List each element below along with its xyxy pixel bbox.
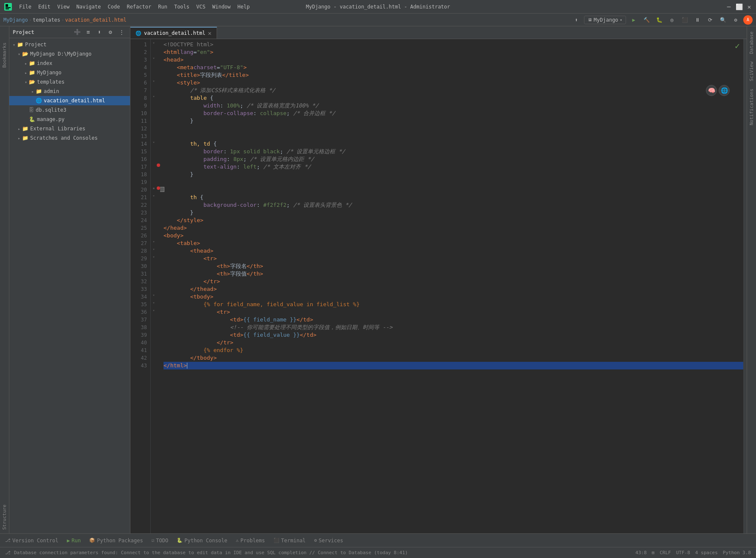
status-position[interactable]: 43:8 [634, 547, 649, 558]
settings-icon[interactable]: ⚙ [731, 15, 741, 25]
menu-run[interactable]: Run [155, 3, 170, 11]
python-console-btn[interactable]: 🐍 Python Console [175, 534, 229, 547]
run-button[interactable]: ▶ [629, 15, 639, 25]
search-icon[interactable]: 🔍 [718, 15, 728, 25]
problems-btn[interactable]: ⚠ Problems [234, 534, 266, 547]
code-line-34: <tbody> [164, 293, 743, 301]
sidebar-item-index[interactable]: ▸ 📁 index [9, 59, 130, 68]
sidebar-sort-icon[interactable]: ≡ [83, 27, 93, 37]
restore-button[interactable]: ⬜ [736, 3, 742, 10]
database-tab[interactable]: Database [748, 28, 756, 57]
code-line-31: <th>字段值</th> [164, 270, 743, 278]
user-avatar[interactable]: A [743, 15, 753, 25]
code-line-4: <meta charset="UTF-8"> [164, 64, 743, 71]
project-tree: ▾ 📁 Project ▾ 📂 MyDjango D:\MyDjango ▸ 📁… [9, 38, 130, 533]
code-editor[interactable]: 1 2 3 4 5 6 7 8 9 10 11 12 13 14 15 16 1… [130, 39, 747, 533]
menu-vcs[interactable]: VCS [193, 3, 209, 11]
code-line-24: </style> [164, 217, 743, 224]
code-line-19 [164, 178, 743, 186]
run-btn[interactable]: ▶ Run [65, 534, 82, 547]
code-line-27: <table> [164, 240, 743, 247]
title-bar-controls: ─ ⬜ ✕ [725, 3, 753, 10]
build-icon[interactable]: 🔨 [641, 15, 652, 25]
menu-view[interactable]: View [54, 3, 73, 11]
vertical-scrollbar[interactable] [743, 39, 747, 533]
code-line-21: th { [164, 194, 743, 201]
breadcrumb-sep2: › [61, 17, 64, 23]
breadcrumb-templates[interactable]: templates [33, 17, 60, 23]
sidebar-add-icon[interactable]: ➕ [72, 27, 82, 37]
code-line-22: background-color: #f2f2f2; /* 设置表头背景色 */ [164, 201, 743, 209]
sidebar-item-scratches[interactable]: ▸ 📁 Scratches and Consoles [9, 133, 130, 143]
status-git[interactable]: ⎇ [3, 547, 12, 558]
sidebar-item-external-libs[interactable]: ▸ 📁 External Libraries [9, 124, 130, 133]
title-bar: File Edit View Navigate Code Refactor Ru… [0, 0, 756, 14]
sidebar-item-manage[interactable]: ▸ 🐍 manage.py [9, 115, 130, 124]
status-language[interactable]: Python 3.8 [721, 547, 753, 558]
menu-tools[interactable]: Tools [171, 3, 192, 11]
tab-close-icon[interactable]: ✕ [208, 30, 212, 37]
sidebar-item-project[interactable]: ▾ 📁 Project [9, 40, 130, 49]
notifications-tab[interactable]: Notifications [748, 85, 756, 129]
menu-navigate[interactable]: Navigate [73, 3, 104, 11]
menu-window[interactable]: Window [209, 3, 234, 11]
code-line-16: padding: 8px; /* 设置单元格内边距 */ [164, 155, 743, 163]
sidebar-item-mydjango[interactable]: ▸ 📁 MyDjango [9, 68, 130, 77]
sidebar-item-templates[interactable]: ▾ 📂 templates [9, 77, 130, 87]
project-selector[interactable]: 🖥 MyDjango ▾ [584, 16, 626, 24]
sciview-tab[interactable]: SciView [748, 58, 756, 85]
services-btn[interactable]: ⚙ Services [313, 534, 345, 547]
pause-icon[interactable]: ⏸ [692, 15, 702, 25]
status-charset[interactable]: UTF-8 [674, 547, 692, 558]
todo-btn[interactable]: ☑ TODO [150, 534, 170, 547]
code-line-33: </thead> [164, 285, 743, 293]
breadcrumb-file[interactable]: vacation_detail.html [65, 17, 127, 23]
sidebar-item-db[interactable]: ▸ 🗄 db.sqlite3 [9, 105, 130, 115]
sidebar-item-admin[interactable]: ▸ 📁 admin [9, 87, 130, 96]
coverage-icon[interactable]: ◎ [667, 15, 677, 25]
breadcrumb-project[interactable]: MyDjango [3, 17, 28, 23]
code-line-15: border: 1px solid black; /* 设置单元格边框 */ [164, 148, 743, 155]
no-errors-icon: ✓ [735, 41, 740, 51]
right-vertical-sidebar: Database SciView Notifications [747, 26, 756, 533]
editor-tab-vacation-detail[interactable]: 🌐 vacation_detail.html ✕ [130, 27, 217, 39]
python-packages-btn[interactable]: 📦 Python Packages [87, 534, 144, 547]
code-line-7: /* 添加CSS样式来格式化表格 */ [164, 87, 743, 94]
menu-file[interactable]: File [16, 3, 34, 11]
project-sidebar: Project ➕ ≡ ⬍ ⚙ ⋮ ▾ 📁 Project ▾ 📂 MyDjan… [9, 26, 130, 533]
code-line-13 [164, 132, 743, 140]
pycharm-browser-icon[interactable]: 🧠 [706, 85, 717, 96]
sidebar-item-mydjango-root[interactable]: ▾ 📂 MyDjango D:\MyDjango [9, 49, 130, 59]
structure-tab[interactable]: Structure [0, 501, 8, 533]
menu-refactor[interactable]: Refactor [124, 3, 154, 11]
stop-icon[interactable]: ⬛ [680, 15, 690, 25]
code-line-39: <td>{{ field_value }}</td> [164, 331, 743, 339]
code-line-41: {% endfor %} [164, 347, 743, 354]
close-button[interactable]: ✕ [746, 3, 753, 10]
menu-code[interactable]: Code [105, 3, 123, 11]
code-content[interactable]: <!DOCTYPE html> <html lang="en"> <head> … [160, 39, 743, 533]
sidebar-item-vacation-detail[interactable]: ▸ 🌐 vacation_detail.html [9, 96, 130, 105]
sidebar-header: Project ➕ ≡ ⬍ ⚙ ⋮ [9, 26, 130, 38]
menu-edit[interactable]: Edit [35, 3, 54, 11]
vcs-update-icon[interactable]: ⬆ [571, 15, 581, 25]
bookmarks-tab[interactable]: Bookmarks [0, 39, 8, 71]
version-control-btn[interactable]: ⎇ Version Control [3, 534, 60, 547]
code-line-30: <th>字段名</th> [164, 262, 743, 270]
breadcrumb-sep1: › [29, 17, 32, 23]
menu-help[interactable]: Help [234, 3, 253, 11]
code-line-40: </tr> [164, 339, 743, 347]
status-bar: ⎇ Database connection parameters found: … [0, 547, 756, 558]
code-line-25: </head> [164, 224, 743, 232]
sidebar-more-icon[interactable]: ⋮ [116, 27, 127, 37]
debug-icon[interactable]: 🐛 [654, 15, 664, 25]
sidebar-expand-icon[interactable]: ⬍ [94, 27, 104, 37]
code-line-42: </tbody> [164, 354, 743, 362]
translate-icon[interactable]: ⟳ [705, 15, 715, 25]
chrome-browser-icon[interactable]: 🌐 [719, 85, 730, 96]
status-crlf[interactable]: CRLF [658, 547, 673, 558]
minimize-button[interactable]: ─ [725, 3, 732, 10]
terminal-btn[interactable]: ⬛ Terminal [272, 534, 307, 547]
sidebar-settings-icon[interactable]: ⚙ [105, 27, 116, 37]
status-indent[interactable]: 4 spaces [694, 547, 719, 558]
